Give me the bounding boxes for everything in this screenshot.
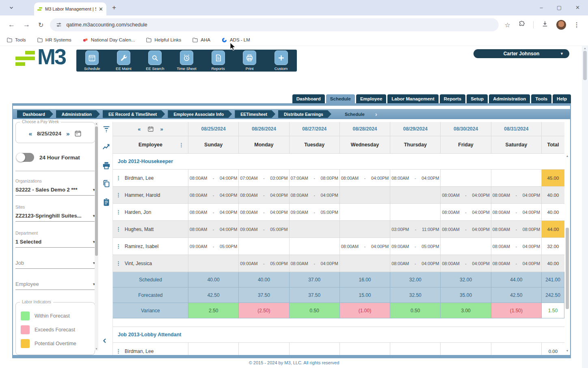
shift-cell-friday[interactable] — [441, 343, 491, 358]
extensions-icon[interactable] — [518, 20, 525, 29]
shift-cell-wednesday[interactable] — [340, 343, 390, 358]
reload-icon[interactable]: ↻ — [38, 21, 43, 29]
toolbar-reports-button[interactable]: Reports — [204, 50, 232, 71]
page-scrollbar[interactable]: ▲ — [582, 46, 588, 368]
shift-cell-saturday[interactable]: 08:00AM-04:00PM — [491, 187, 542, 203]
shift-cell-wednesday[interactable] — [340, 187, 390, 203]
shift-cell-saturday[interactable]: 08:00AM-04:00PM — [491, 204, 542, 220]
close-button[interactable]: ✕ — [575, 0, 580, 15]
scroll-up-icon[interactable]: ▲ — [565, 155, 569, 157]
bookmark-national-day-calen[interactable]: National Day Calen... — [82, 37, 135, 43]
bookmark-helpful-links[interactable]: Helpful Links — [146, 37, 181, 43]
row-drag-handle-icon[interactable]: ⋮ — [116, 260, 121, 266]
site-info-icon[interactable] — [56, 22, 62, 28]
shift-cell-monday[interactable]: 08:00AM-04:00PM — [239, 187, 289, 203]
next-week-button[interactable]: » — [66, 130, 69, 137]
user-menu-button[interactable]: Carter Johnson ▼ — [473, 49, 569, 58]
bookmark-hr-systems[interactable]: HR Systems — [37, 37, 71, 43]
new-tab-button[interactable]: + — [112, 4, 116, 11]
tab-reports[interactable]: Reports — [440, 94, 465, 103]
shift-cell-monday[interactable]: 07:00AM-03:00PM — [239, 170, 289, 186]
calendar-icon[interactable] — [74, 130, 82, 137]
shift-cell-thursday[interactable] — [390, 187, 441, 203]
sidebar-scrollbar[interactable]: ▲ ▼ — [95, 122, 98, 351]
shift-cell-wednesday[interactable]: 08:00AM-04:00PM — [340, 170, 390, 186]
shift-cell-tuesday[interactable]: 07:00AM-08:00PM — [290, 170, 340, 186]
shift-cell-sunday[interactable]: 08:00AM-04:00PM — [188, 204, 239, 220]
shift-cell-thursday[interactable]: 08:00AM-04:00PM — [390, 255, 441, 272]
shift-cell-sunday[interactable]: 09:00AM-05:00PM — [188, 238, 239, 255]
shift-cell-friday[interactable]: 08:00AM-04:00PM — [441, 204, 491, 220]
shift-cell-saturday[interactable]: 08:00AM-04:00PM — [491, 255, 542, 272]
scrollbar-thumb[interactable] — [583, 51, 587, 80]
shift-cell-thursday[interactable]: 09:00AM-05:00PM — [390, 238, 441, 255]
trend-chart-icon[interactable] — [102, 143, 111, 153]
shift-cell-thursday[interactable]: 08:00AM-04:00PM — [390, 170, 441, 186]
print-icon[interactable] — [102, 161, 111, 172]
back-icon[interactable]: ← — [8, 21, 15, 29]
minimize-button[interactable]: – — [540, 0, 543, 15]
address-bar[interactable]: qatime.m3accounting.com/schedule — [50, 18, 499, 31]
shift-cell-sunday[interactable] — [188, 255, 239, 272]
scroll-down-icon[interactable]: ▼ — [565, 349, 569, 352]
browser-menu-icon[interactable]: ⋮ — [574, 21, 580, 28]
clipboard-icon[interactable] — [102, 198, 111, 208]
column-menu-icon[interactable]: ⋮ — [179, 142, 184, 148]
bookmark-aha[interactable]: AHA — [192, 37, 210, 43]
24-hour-format-toggle[interactable] — [16, 153, 34, 162]
tab-tools[interactable]: Tools — [531, 94, 551, 103]
shift-cell-sunday[interactable]: 08:00AM-04:00PM — [188, 187, 239, 203]
shift-cell-monday[interactable]: 09:00AM-05:00PM — [239, 255, 289, 272]
pay-week-date[interactable]: 8/25/2024 — [37, 131, 61, 137]
row-drag-handle-icon[interactable]: ⋮ — [116, 243, 121, 249]
browser-tab[interactable]: M3 Labor Management | Sched ✕ — [34, 2, 106, 15]
tab-schedule[interactable]: Schedule — [326, 94, 355, 103]
shift-cell-saturday[interactable] — [491, 170, 542, 186]
shift-cell-sunday[interactable]: 08:00AM-04:00PM — [188, 170, 239, 186]
shift-cell-tuesday[interactable] — [290, 343, 340, 358]
breadcrumb-eetimesheet[interactable]: EETimesheet — [235, 110, 275, 118]
shift-cell-friday[interactable]: 08:00AM-04:00PM — [441, 255, 491, 272]
row-drag-handle-icon[interactable]: ⋮ — [116, 226, 121, 232]
shift-cell-friday[interactable]: 08:00AM-04:00PM — [441, 187, 491, 203]
scrollbar-thumb[interactable] — [95, 126, 98, 256]
scroll-up-icon[interactable]: ▲ — [582, 47, 588, 50]
shift-cell-monday[interactable]: 09:00AM-05:00PM — [239, 221, 289, 237]
filter-select-organizations[interactable]: S2222 - Sales Demo 2 ***▾ — [15, 187, 95, 196]
shift-cell-wednesday[interactable] — [340, 221, 390, 237]
shift-cell-thursday[interactable] — [390, 204, 441, 220]
row-drag-handle-icon[interactable]: ⋮ — [116, 175, 121, 181]
download-icon[interactable] — [541, 20, 549, 29]
toolbar-print-button[interactable]: Print — [236, 50, 264, 71]
filter-select-department[interactable]: 1 Selected▾ — [15, 239, 95, 248]
shift-cell-friday[interactable] — [441, 238, 491, 255]
row-drag-handle-icon[interactable]: ⋮ — [116, 348, 121, 354]
prev-week-button[interactable]: « — [29, 130, 32, 137]
breadcrumb-employee-associate-info[interactable]: Employee Associate Info — [168, 110, 232, 118]
tab-close-icon[interactable]: ✕ — [99, 6, 103, 12]
filter-select-job[interactable]: Job▾ — [15, 260, 95, 269]
shift-cell-friday[interactable] — [441, 170, 491, 186]
shift-cell-monday[interactable] — [239, 343, 289, 358]
bookmark-star-icon[interactable]: ☆ — [504, 21, 510, 29]
toolbar-time-sheet-button[interactable]: Time Sheet — [172, 50, 201, 71]
calendar-icon[interactable] — [147, 126, 154, 132]
tab-labor-management[interactable]: Labor Management — [387, 94, 438, 103]
shift-cell-tuesday[interactable]: 09:00AM-05:00PM — [290, 204, 340, 220]
profile-avatar[interactable] — [556, 20, 566, 30]
tab-setup[interactable]: Setup — [467, 94, 488, 103]
maximize-button[interactable]: ▢ — [557, 0, 562, 15]
shift-cell-thursday[interactable] — [390, 343, 441, 358]
shift-cell-monday[interactable] — [239, 238, 289, 255]
scrollbar-thumb[interactable] — [566, 228, 569, 309]
prev-week-icon[interactable]: « — [138, 126, 141, 132]
shift-cell-monday[interactable]: 08:00AM-04:00PM — [239, 204, 289, 220]
breadcrumb-dashboard[interactable]: Dashboard — [17, 110, 53, 118]
breadcrumb-ee-record-timesheet[interactable]: EE Record & TimeSheet — [103, 110, 165, 118]
row-drag-handle-icon[interactable]: ⋮ — [116, 192, 121, 198]
shift-cell-sunday[interactable]: 08:00AM-04:00PM — [188, 221, 239, 237]
shift-cell-thursday[interactable]: 03:00PM-11:00PM — [390, 221, 441, 237]
tab-administration[interactable]: Administration — [489, 94, 530, 103]
shift-cell-tuesday[interactable] — [290, 221, 340, 237]
shift-cell-saturday[interactable]: 08:00AM-04:00PM — [491, 238, 542, 255]
